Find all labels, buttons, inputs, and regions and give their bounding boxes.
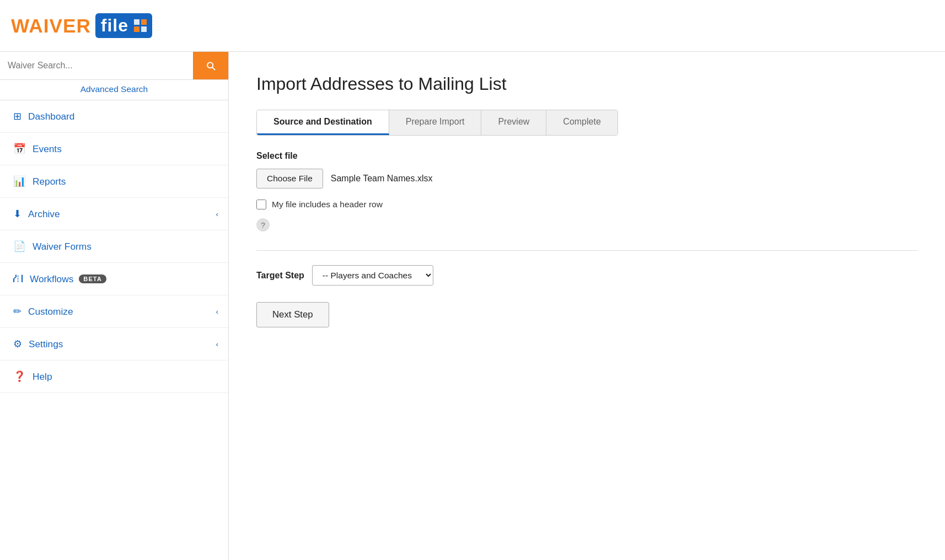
- sidebar: Advanced Search ⊞ Dashboard 📅 Events 📊 R…: [0, 52, 229, 560]
- file-row: Choose File Sample Team Names.xlsx: [256, 169, 917, 189]
- archive-icon: ⬇: [13, 208, 22, 220]
- tab-source-destination[interactable]: Source and Destination: [257, 110, 389, 135]
- sidebar-item-archive[interactable]: ⬇ Archive ‹: [0, 198, 228, 230]
- logo-file-box: file: [95, 13, 152, 38]
- header-row-label[interactable]: My file includes a header row: [272, 200, 383, 209]
- sidebar-item-dashboard[interactable]: ⊞ Dashboard: [0, 100, 228, 133]
- advanced-search-link[interactable]: Advanced Search: [0, 80, 228, 100]
- header-row-checkbox-row: My file includes a header row: [256, 200, 917, 209]
- logo-grid-icon: [134, 19, 147, 32]
- main-content: Import Addresses to Mailing List Source …: [229, 52, 945, 560]
- logo-waiver-text: WAIVER: [11, 15, 91, 37]
- workflows-icon: ⛙: [13, 273, 23, 285]
- search-button[interactable]: [193, 52, 228, 79]
- file-name-display: Sample Team Names.xlsx: [331, 174, 433, 184]
- sidebar-item-label: Archive: [28, 208, 60, 220]
- chevron-icon: ‹: [216, 210, 218, 218]
- sidebar-item-label: Dashboard: [28, 111, 74, 122]
- sidebar-item-customize[interactable]: ✏ Customize ‹: [0, 295, 228, 328]
- target-step-select[interactable]: -- Players and Coaches Team Managers All…: [312, 265, 433, 286]
- search-icon: [205, 60, 216, 71]
- calendar-icon: 📅: [13, 143, 26, 155]
- sidebar-item-settings[interactable]: ⚙ Settings ‹: [0, 328, 228, 360]
- grid-cell: [134, 26, 139, 32]
- sidebar-item-label: Settings: [29, 338, 63, 350]
- grid-cell: [134, 19, 139, 25]
- header: WAIVER file: [0, 0, 945, 52]
- header-row-checkbox[interactable]: [256, 200, 266, 209]
- chevron-icon: ‹: [216, 308, 218, 316]
- tab-preview[interactable]: Preview: [481, 110, 546, 135]
- customize-icon: ✏: [13, 305, 22, 317]
- file-icon: 📄: [13, 240, 26, 252]
- choose-file-button[interactable]: Choose File: [256, 169, 323, 189]
- app-container: Advanced Search ⊞ Dashboard 📅 Events 📊 R…: [0, 52, 945, 560]
- beta-badge: BETA: [79, 274, 106, 283]
- sidebar-nav: ⊞ Dashboard 📅 Events 📊 Reports ⬇ Archive…: [0, 100, 228, 560]
- search-area: [0, 52, 228, 80]
- tab-complete[interactable]: Complete: [546, 110, 617, 135]
- grid-cell: [141, 19, 147, 25]
- sidebar-item-reports[interactable]: 📊 Reports: [0, 165, 228, 198]
- search-input[interactable]: [0, 52, 193, 79]
- dashboard-icon: ⊞: [13, 110, 22, 122]
- sidebar-item-label: Events: [33, 143, 62, 155]
- sidebar-item-events[interactable]: 📅 Events: [0, 133, 228, 165]
- logo: WAIVER file: [0, 3, 163, 48]
- sidebar-item-workflows[interactable]: ⛙ Workflows BETA: [0, 263, 228, 295]
- select-file-label: Select file: [256, 151, 917, 161]
- sidebar-item-waiver-forms[interactable]: 📄 Waiver Forms: [0, 230, 228, 263]
- logo-file-text: file: [101, 15, 128, 36]
- next-step-button[interactable]: Next Step: [256, 302, 329, 327]
- sidebar-item-label: Customize: [28, 306, 73, 317]
- reports-icon: 📊: [13, 175, 26, 187]
- chevron-icon: ‹: [216, 340, 218, 348]
- section-divider: [256, 250, 917, 251]
- target-step-row: Target Step -- Players and Coaches Team …: [256, 265, 917, 286]
- steps-tabs: Source and Destination Prepare Import Pr…: [256, 110, 618, 136]
- page-title: Import Addresses to Mailing List: [256, 74, 917, 94]
- sidebar-item-label: Reports: [33, 176, 66, 187]
- settings-icon: ⚙: [13, 338, 22, 350]
- sidebar-item-label: Workflows: [30, 273, 73, 285]
- target-step-label: Target Step: [256, 271, 304, 281]
- help-icon: ❓: [13, 370, 26, 383]
- sidebar-item-label: Waiver Forms: [33, 241, 92, 252]
- tab-prepare-import[interactable]: Prepare Import: [389, 110, 482, 135]
- sidebar-item-help[interactable]: ❓ Help: [0, 360, 228, 393]
- sidebar-item-label: Help: [33, 371, 52, 383]
- grid-cell: [141, 26, 147, 32]
- help-tooltip-icon[interactable]: ?: [256, 218, 270, 231]
